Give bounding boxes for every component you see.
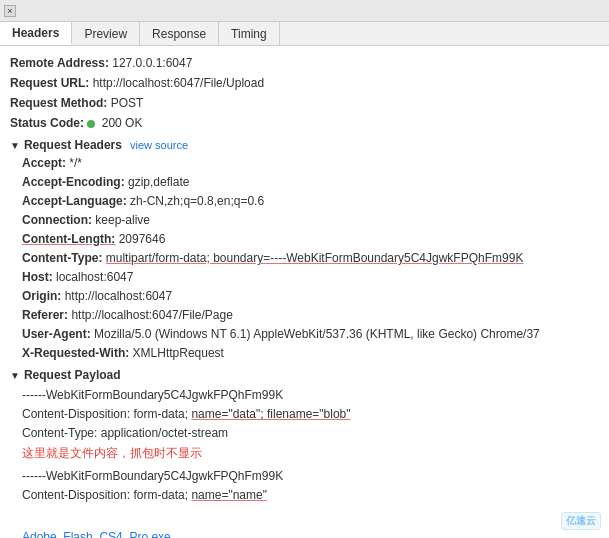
- payload-file-section: Adobe_Flash_CS4_Pro.exe: [10, 509, 599, 538]
- request-headers-label: Request Headers: [24, 138, 122, 152]
- remote-address-row: Remote Address: 127.0.0.1:6047: [10, 54, 599, 72]
- view-source-link[interactable]: view source: [130, 139, 188, 151]
- header-connection: Connection: keep-alive: [22, 211, 599, 229]
- request-headers-section: ▼ Request Headers view source: [10, 138, 599, 152]
- watermark: 亿速云: [561, 512, 601, 530]
- request-payload-label: Request Payload: [24, 368, 121, 382]
- tabs-bar: Headers Preview Response Timing: [0, 22, 609, 46]
- header-host: Host: localhost:6047: [22, 268, 599, 286]
- status-dot-icon: [87, 120, 95, 128]
- tab-preview[interactable]: Preview: [72, 22, 140, 45]
- payload-chinese-note: 这里就是文件内容，抓包时不显示: [22, 444, 599, 463]
- tab-timing[interactable]: Timing: [219, 22, 280, 45]
- triangle-icon: ▼: [10, 140, 20, 151]
- payload-filename: Adobe_Flash_CS4_Pro.exe: [22, 528, 599, 538]
- header-accept: Accept: */*: [22, 154, 599, 172]
- status-code-value: 200 OK: [102, 116, 143, 130]
- payload-boundary-2: ------WebKitFormBoundary5C4JgwkFPQhFm99K: [22, 467, 599, 486]
- header-referer: Referer: http://localhost:6047/File/Page: [22, 306, 599, 324]
- payload-boundary-1: ------WebKitFormBoundary5C4JgwkFPQhFm99K: [22, 386, 599, 405]
- header-accept-language: Accept-Language: zh-CN,zh;q=0.8,en;q=0.6: [22, 192, 599, 210]
- content-area: Remote Address: 127.0.0.1:6047 Request U…: [0, 46, 609, 538]
- remote-address-label: Remote Address:: [10, 56, 109, 70]
- header-content-type: Content-Type: multipart/form-data; bound…: [22, 249, 599, 267]
- header-origin: Origin: http://localhost:6047: [22, 287, 599, 305]
- request-method-row: Request Method: POST: [10, 94, 599, 112]
- payload-block-2: ------WebKitFormBoundary5C4JgwkFPQhFm99K…: [10, 467, 599, 505]
- request-url-label: Request URL:: [10, 76, 89, 90]
- watermark-logo: 亿速云: [561, 512, 601, 530]
- payload-triangle-icon: ▼: [10, 370, 20, 381]
- file-link[interactable]: Adobe_Flash_CS4_Pro.exe: [22, 530, 171, 538]
- payload-content-disposition-2: Content-Disposition: form-data; name="na…: [22, 486, 599, 505]
- tab-response[interactable]: Response: [140, 22, 219, 45]
- header-accept-encoding: Accept-Encoding: gzip,deflate: [22, 173, 599, 191]
- request-method-value: POST: [111, 96, 144, 110]
- header-user-agent: User-Agent: Mozilla/5.0 (Windows NT 6.1)…: [22, 325, 599, 343]
- request-url-row: Request URL: http://localhost:6047/File/…: [10, 74, 599, 92]
- remote-address-value: 127.0.0.1:6047: [112, 56, 192, 70]
- title-bar: ×: [0, 0, 609, 22]
- request-payload-section: ▼ Request Payload: [10, 368, 599, 382]
- payload-content-disposition-1: Content-Disposition: form-data; name="da…: [22, 405, 599, 424]
- header-content-length: Content-Length: 2097646: [22, 230, 599, 248]
- close-button[interactable]: ×: [4, 5, 16, 17]
- tab-headers[interactable]: Headers: [0, 22, 72, 45]
- status-code-row: Status Code: 200 OK: [10, 114, 599, 132]
- request-url-value: http://localhost:6047/File/Upload: [93, 76, 264, 90]
- payload-content-type-1: Content-Type: application/octet-stream: [22, 424, 599, 443]
- header-x-requested-with: X-Requested-With: XMLHttpRequest: [22, 344, 599, 362]
- status-code-label: Status Code:: [10, 116, 84, 130]
- payload-empty-line: [22, 509, 599, 528]
- request-method-label: Request Method:: [10, 96, 107, 110]
- payload-block-1: ------WebKitFormBoundary5C4JgwkFPQhFm99K…: [10, 386, 599, 463]
